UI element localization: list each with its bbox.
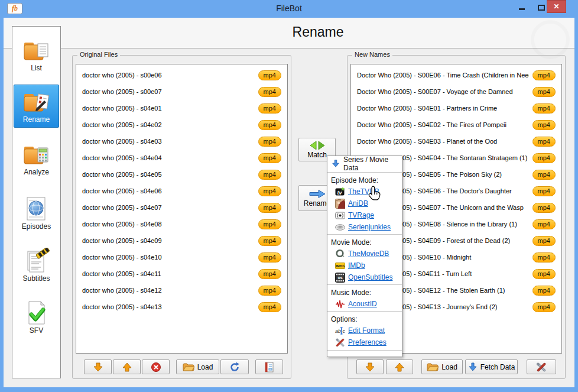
sidebar-item-subtitles[interactable]: Subtitles [14,247,59,283]
minimize-button[interactable] [519,8,525,10]
file-row[interactable]: doctor who (2005) - s04e01 mp4 [76,100,287,116]
menu-entry[interactable]: IMDb IMDb [327,260,402,271]
sidebar-item-list[interactable]: List [14,38,59,72]
menu-entry: Options: [327,311,402,325]
history-button[interactable] [255,359,283,374]
fetch-data-button[interactable]: Fetch Data [465,359,518,374]
ext-badge: mp4 [258,70,281,80]
file-row[interactable]: doctor who (2005) - s04e02 mp4 [76,116,287,133]
ext-badge: mp4 [258,186,281,196]
file-row[interactable]: doctor who (2005) - s04e09 mp4 [76,232,287,249]
menu-entry[interactable]: TVRage [327,209,402,221]
ext-badge: mp4 [258,120,281,130]
header-band: Rename [4,18,574,48]
move-up-button[interactable] [113,359,141,374]
window-title: FileBot [0,4,578,13]
ext-badge: mp4 [258,302,281,312]
file-name: doctor who (2005) - s00e07 [82,88,255,95]
sidebar-item-episodes[interactable]: Episodes [14,196,59,231]
sidebar-item-sfv[interactable]: SFV [14,300,59,335]
file-row[interactable]: doctor who (2005) - s00e06 mp4 [76,67,287,83]
menu-entry: Episode Mode: [327,172,402,186]
tools-icon [535,362,547,372]
menu-entry[interactable]: AcoustID [327,298,402,310]
sidebar-label: SFV [14,326,59,335]
ext-badge: mp4 [532,120,556,130]
original-files-list[interactable]: doctor who (2005) - s00e06 mp4 doctor wh… [76,64,288,354]
sidebar-item-rename[interactable]: Rename [14,85,59,128]
menu-label: Preferences [348,338,387,346]
file-row[interactable]: doctor who (2005) - s04e05 mp4 [76,166,287,183]
load-button[interactable]: Load [421,359,463,374]
menu-label: Movie Mode: [331,238,372,247]
file-name: Doctor Who (2005) - S00E07 - Voyage of t… [357,88,529,95]
file-row[interactable]: Doctor Who (2005) - S04E03 - Planet of t… [351,133,561,150]
ext-badge: mp4 [258,153,281,163]
match-label: Match [307,151,327,159]
file-row[interactable]: doctor who (2005) - s04e12 mp4 [76,282,287,299]
file-row[interactable]: doctor who (2005) - s04e11 mp4 [76,265,287,282]
popup-title: Series / Movie Data [343,155,398,172]
ext-badge: mp4 [532,252,556,263]
sfv-check-icon [23,301,50,326]
menu-label: TVRage [348,211,374,219]
file-name: doctor who (2005) - s04e09 [82,237,255,244]
menu-label: Edit Format [348,326,385,335]
file-name: doctor who (2005) - s04e02 [82,121,255,128]
file-name: doctor who (2005) - s04e11 [82,270,255,277]
move-down-button[interactable] [84,359,112,374]
folder-open-icon [427,362,439,372]
file-row[interactable]: doctor who (2005) - s04e04 mp4 [76,150,287,166]
rename-arrow-icon [309,189,326,199]
preferences-button[interactable] [527,359,556,374]
ext-badge: mp4 [532,153,556,163]
folder-list-icon [23,40,50,63]
menu-entry[interactable]: abc Edit Format [327,325,402,336]
file-name: Doctor Who (2005) - S00E06 - Time Crash … [357,72,529,79]
ext-badge: mp4 [258,87,281,97]
load-label: Load [197,363,213,371]
close-button[interactable]: ✕ [547,0,566,13]
file-row[interactable]: doctor who (2005) - s04e07 mp4 [76,199,287,216]
remove-button[interactable] [142,359,170,374]
menu-entry[interactable]: TheMovieDB [327,248,402,260]
page-title: Rename [61,24,574,40]
filebot-window: fb FileBot ✕ Rename List [0,0,578,392]
file-row[interactable]: Doctor Who (2005) - S00E06 - Time Crash … [351,67,561,83]
editformat-icon: abc [335,326,345,336]
file-name: doctor who (2005) - s04e12 [82,287,255,294]
ext-badge: mp4 [532,203,556,213]
file-row[interactable]: Doctor Who (2005) - S04E01 - Partners in… [351,100,561,116]
menu-entry[interactable]: AniDB [327,197,402,209]
menu-entry[interactable]: Preferences [327,336,402,348]
file-row[interactable]: doctor who (2005) - s04e03 mp4 [76,133,287,150]
arrow-down-icon [365,362,375,372]
file-row[interactable]: Doctor Who (2005) - S04E02 - The Fires o… [351,116,561,133]
sidebar-label: Rename [14,115,59,124]
file-row[interactable]: doctor who (2005) - s04e08 mp4 [76,216,287,232]
maximize-button[interactable] [538,5,545,11]
menu-entry[interactable]: Serienjunkies [327,221,402,233]
sidebar: List Rename [12,26,61,378]
sidebar-item-analyze[interactable]: Analyze [14,142,59,176]
file-row[interactable]: doctor who (2005) - s04e06 mp4 [76,183,287,199]
file-name: Doctor Who (2005) - S04E02 - The Fires o… [357,121,529,128]
move-up-button[interactable] [386,359,413,374]
acoustid-icon [335,299,345,309]
ext-badge: mp4 [258,286,281,296]
menu-entry[interactable]: os OpenSubtitles [327,271,402,283]
fetch-data-label: Fetch Data [480,363,515,371]
refresh-button[interactable] [220,359,249,374]
move-down-button[interactable] [356,359,384,374]
menu-entry[interactable]: tv TheTVDB [327,186,402,197]
serienjunkies-icon [335,222,345,232]
file-row[interactable]: doctor who (2005) - s04e13 mp4 [76,299,287,315]
file-row[interactable]: doctor who (2005) - s04e10 mp4 [76,249,287,265]
svg-text:ab: ab [335,328,341,334]
file-name: doctor who (2005) - s04e04 [82,154,255,161]
refresh-icon [229,362,240,372]
file-row[interactable]: Doctor Who (2005) - S00E07 - Voyage of t… [351,83,561,100]
ext-badge: mp4 [258,203,281,213]
load-button[interactable]: Load [176,359,219,374]
file-row[interactable]: doctor who (2005) - s00e07 mp4 [76,83,287,100]
